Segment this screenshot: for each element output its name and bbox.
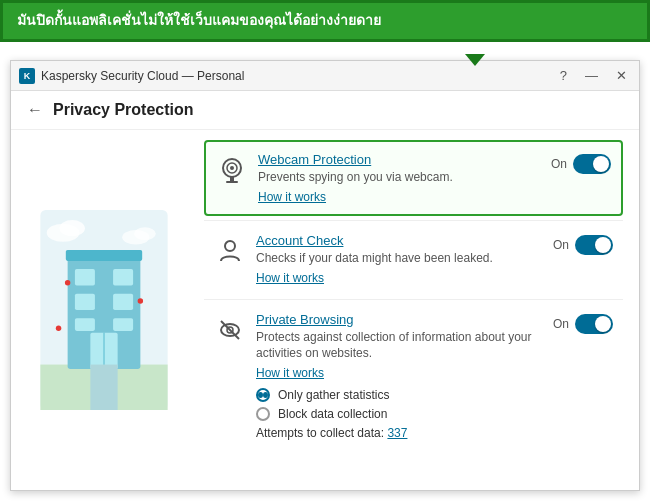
radio-block-label: Block data collection	[278, 407, 387, 421]
svg-rect-10	[113, 294, 133, 310]
content-area: ← Privacy Protection	[11, 91, 639, 490]
account-check-row: Account Check Checks if your data might …	[204, 223, 623, 295]
window-title: Kaspersky Security Cloud — Personal	[41, 69, 244, 83]
divider-1	[204, 220, 623, 221]
page-header: ← Privacy Protection	[11, 91, 639, 130]
help-button[interactable]: ?	[556, 68, 571, 83]
browsing-title[interactable]: Private Browsing	[256, 312, 354, 327]
svg-point-18	[55, 325, 60, 330]
radio-only-stats[interactable]: Only gather statistics	[256, 388, 543, 402]
webcam-icon	[216, 154, 248, 186]
webcam-desc: Prevents spying on you via webcam.	[258, 169, 541, 186]
back-button[interactable]: ←	[27, 101, 43, 119]
svg-rect-19	[90, 365, 117, 410]
radio-only-stats-label: Only gather statistics	[278, 388, 389, 402]
account-title[interactable]: Account Check	[256, 233, 343, 248]
browsing-how-it-works[interactable]: How it works	[256, 366, 543, 380]
page-title: Privacy Protection	[53, 101, 194, 119]
webcam-toggle-switch[interactable]	[573, 154, 611, 174]
svg-rect-11	[113, 318, 133, 331]
title-bar-left: K Kaspersky Security Cloud — Personal	[19, 68, 244, 84]
webcam-how-it-works[interactable]: How it works	[258, 190, 541, 204]
browsing-toggle-label: On	[553, 317, 569, 331]
close-button[interactable]: ✕	[612, 68, 631, 83]
title-bar: K Kaspersky Security Cloud — Personal ? …	[11, 61, 639, 91]
radio-block-collection[interactable]: Block data collection	[256, 407, 543, 421]
building-svg	[34, 210, 174, 410]
tooltip-arrow	[465, 54, 485, 66]
minimize-button[interactable]: —	[581, 68, 602, 83]
webcam-protection-row: Webcam Protection Prevents spying on you…	[204, 140, 623, 216]
webcam-title[interactable]: Webcam Protection	[258, 152, 371, 167]
browsing-sub-options: Only gather statistics Block data collec…	[256, 388, 543, 440]
radio-block-circle[interactable]	[256, 407, 270, 421]
svg-rect-9	[113, 269, 133, 285]
account-toggle-group: On	[553, 235, 613, 255]
attempts-value[interactable]: 337	[387, 426, 407, 440]
title-bar-controls: ? — ✕	[556, 68, 631, 83]
attempts-label: Attempts to collect data:	[256, 426, 384, 440]
illustration-panel	[11, 130, 196, 490]
features-panel: Webcam Protection Prevents spying on you…	[196, 130, 639, 490]
browsing-info: Private Browsing Protects against collec…	[256, 312, 543, 441]
svg-point-15	[134, 227, 156, 240]
account-icon	[214, 235, 246, 267]
main-content: Webcam Protection Prevents spying on you…	[11, 130, 639, 490]
attempts-line: Attempts to collect data: 337	[256, 426, 543, 440]
svg-point-17	[137, 298, 142, 303]
svg-point-25	[225, 241, 235, 251]
svg-point-16	[64, 280, 69, 285]
svg-rect-3	[65, 250, 141, 261]
account-how-it-works[interactable]: How it works	[256, 271, 543, 285]
browsing-toggle-switch[interactable]	[575, 314, 613, 334]
divider-2	[204, 299, 623, 300]
tooltip-banner: มันปิดกั้นแอพลิเคชั่นไม่ให้ใช้เว็บแคมของ…	[0, 0, 650, 42]
webcam-info: Webcam Protection Prevents spying on you…	[258, 152, 541, 204]
account-toggle-switch[interactable]	[575, 235, 613, 255]
svg-rect-7	[74, 294, 94, 310]
main-window: K Kaspersky Security Cloud — Personal ? …	[10, 60, 640, 491]
app-icon: K	[19, 68, 35, 84]
browsing-toggle-group: On	[553, 314, 613, 334]
svg-rect-24	[226, 181, 238, 183]
radio-only-stats-circle[interactable]	[256, 388, 270, 402]
account-toggle-label: On	[553, 238, 569, 252]
webcam-toggle-label: On	[551, 157, 567, 171]
account-desc: Checks if your data might have been leak…	[256, 250, 543, 267]
svg-rect-23	[230, 177, 234, 181]
svg-rect-8	[74, 318, 94, 331]
browsing-desc: Protects against collection of informati…	[256, 329, 543, 363]
svg-point-22	[230, 166, 234, 170]
private-browsing-row: Private Browsing Protects against collec…	[204, 302, 623, 451]
account-info: Account Check Checks if your data might …	[256, 233, 543, 285]
webcam-toggle-group: On	[551, 154, 611, 174]
browsing-icon	[214, 314, 246, 346]
svg-rect-6	[74, 269, 94, 285]
svg-point-13	[59, 220, 84, 236]
